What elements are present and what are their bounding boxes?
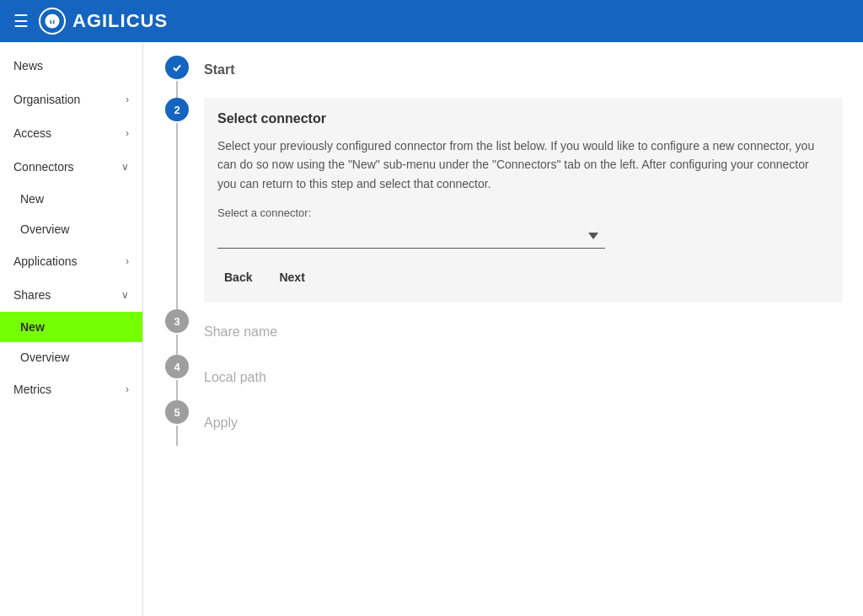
- step4-left: 4: [163, 355, 190, 400]
- sidebar-item-connectors[interactable]: Connectors ∨: [0, 150, 142, 184]
- step3-line: [176, 335, 178, 355]
- step2-description: Select your previously configured connec…: [217, 137, 829, 193]
- sidebar-item-news[interactable]: News: [0, 49, 142, 83]
- step4-circle: 4: [165, 355, 189, 378]
- chevron-right-icon: ›: [126, 255, 129, 267]
- step5-label: Apply: [204, 415, 238, 431]
- step2-wrapper: 2 Select connector Select your previousl…: [163, 98, 843, 309]
- step2-number: 2: [174, 104, 180, 116]
- step3-number: 3: [174, 315, 180, 328]
- sidebar-item-organisation-label: Organisation: [13, 93, 80, 106]
- back-button[interactable]: Back: [217, 265, 259, 289]
- sidebar-item-connectors-overview[interactable]: Overview: [0, 214, 142, 244]
- step1-content: Start: [204, 56, 843, 98]
- steps-container: Start 2 Select connector Select your pre…: [163, 56, 843, 446]
- step3-wrapper: 3 Share name: [163, 309, 843, 355]
- connector-select[interactable]: [217, 224, 605, 249]
- menu-icon[interactable]: ☰: [13, 11, 29, 31]
- sidebar-item-shares-label: Shares: [13, 288, 51, 302]
- chevron-right-icon: ›: [126, 127, 129, 139]
- sidebar-item-shares-new[interactable]: New: [0, 312, 142, 342]
- step1-label: Start: [204, 62, 234, 77]
- sidebar-item-applications[interactable]: Applications ›: [0, 244, 142, 278]
- step3-left: 3: [163, 309, 190, 355]
- step5-wrapper: 5 Apply: [163, 400, 843, 446]
- step2-line: [176, 123, 178, 309]
- step5-line: [176, 426, 178, 446]
- sidebar-item-access[interactable]: Access ›: [0, 116, 142, 150]
- step5-number: 5: [174, 406, 180, 419]
- sidebar-item-shares[interactable]: Shares ∨: [0, 278, 142, 312]
- step5-left: 5: [163, 400, 190, 446]
- sidebar-item-connectors-label: Connectors: [13, 160, 74, 174]
- chevron-right-icon: ›: [126, 383, 129, 395]
- sidebar-item-metrics-label: Metrics: [13, 383, 51, 396]
- step1-circle: [165, 56, 189, 79]
- step2-circle: 2: [165, 98, 189, 121]
- app-title: AGILICUS: [72, 10, 168, 32]
- sidebar-item-access-label: Access: [13, 126, 51, 140]
- step3-circle: 3: [165, 309, 189, 333]
- step2-content: Select connector Select your previously …: [204, 98, 843, 303]
- svg-point-1: [171, 62, 183, 73]
- step2-left: 2: [163, 98, 190, 309]
- step2-title: Select connector: [217, 111, 829, 126]
- layout: News Organisation › Access › Connectors …: [0, 42, 863, 616]
- step4-number: 4: [174, 361, 180, 373]
- step4-label: Local path: [204, 370, 266, 385]
- sidebar-item-metrics[interactable]: Metrics ›: [0, 372, 142, 406]
- sidebar-sub-shares-overview-label: Overview: [20, 351, 69, 364]
- step4-wrapper: 4 Local path: [163, 355, 843, 400]
- sidebar-item-connectors-new[interactable]: New: [0, 184, 142, 214]
- step2-actions: Back Next: [217, 265, 829, 289]
- step5-content: Apply: [204, 400, 843, 446]
- next-button[interactable]: Next: [272, 265, 311, 289]
- logo: AGILICUS: [39, 8, 168, 35]
- step1-line: [176, 81, 178, 98]
- sidebar-item-news-label: News: [13, 59, 43, 72]
- step5-circle: 5: [165, 400, 189, 424]
- sidebar-sub-shares-new-label: New: [20, 320, 45, 334]
- step3-label: Share name: [204, 324, 277, 340]
- step4-content: Local path: [204, 355, 843, 400]
- step1-wrapper: Start: [163, 56, 843, 98]
- connector-select-label: Select a connector:: [217, 206, 829, 219]
- chevron-down-icon: ∨: [121, 161, 129, 173]
- step3-content: Share name: [204, 309, 843, 355]
- chevron-right-icon: ›: [126, 94, 129, 105]
- chevron-down-icon: ∨: [121, 289, 129, 301]
- sidebar-sub-connectors-overview-label: Overview: [20, 222, 69, 236]
- sidebar-item-organisation[interactable]: Organisation ›: [0, 83, 142, 116]
- sidebar-item-shares-overview[interactable]: Overview: [0, 342, 142, 372]
- header: ☰ AGILICUS: [0, 0, 863, 42]
- sidebar-sub-connectors-new-label: New: [20, 192, 44, 206]
- logo-icon: [39, 8, 66, 35]
- main-content: Start 2 Select connector Select your pre…: [143, 42, 863, 616]
- sidebar-item-applications-label: Applications: [13, 254, 78, 268]
- step1-left: [163, 56, 190, 98]
- sidebar: News Organisation › Access › Connectors …: [0, 42, 143, 616]
- step4-line: [176, 380, 178, 400]
